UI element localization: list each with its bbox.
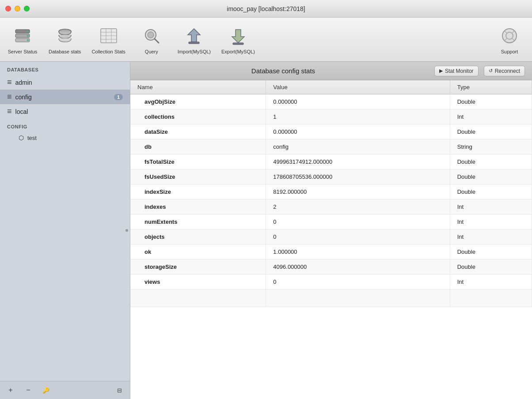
table-row: dataSize0.000000Double xyxy=(130,124,532,139)
cell-type: Double xyxy=(450,245,532,260)
cell-name: objects xyxy=(130,230,266,245)
sidebar-item-test[interactable]: ⬡ test xyxy=(0,132,130,143)
cell-value: 0.000000 xyxy=(266,94,450,109)
database-stats-icon xyxy=(54,25,76,46)
cell-value: 1 xyxy=(266,109,450,124)
close-button[interactable] xyxy=(5,6,11,11)
table-row: indexes2Int xyxy=(130,200,532,215)
cell-value: 178608705536.000000 xyxy=(266,169,450,184)
cell-value: 0 xyxy=(266,215,450,230)
sidebar-item-config[interactable]: ≡ config 1 xyxy=(0,90,130,104)
local-db-label: local xyxy=(15,108,28,115)
cell-value: 4096.000000 xyxy=(266,260,450,275)
col-type: Type xyxy=(450,80,532,94)
import-mysql-icon xyxy=(183,25,205,46)
query-label: Query xyxy=(145,49,158,54)
cell-type: Double xyxy=(450,94,532,109)
main-layout: DATABASES ≡ admin ≡ config 1 ≡ local CON… xyxy=(0,62,532,399)
cell-type: Int xyxy=(450,200,532,215)
cell-type: Int xyxy=(450,109,532,124)
local-db-icon: ≡ xyxy=(7,107,12,116)
cell-name: fsUsedSize xyxy=(130,169,266,184)
stat-monitor-label: Stat Monitor xyxy=(445,68,474,74)
cell-value: 0 xyxy=(266,275,450,290)
table-empty-row xyxy=(130,290,532,307)
cell-type: Double xyxy=(450,260,532,275)
toolbar-export-mysql[interactable]: Export(MySQL) xyxy=(221,25,255,54)
table-row: numExtents0Int xyxy=(130,215,532,230)
table-row: indexSize8192.000000Double xyxy=(130,184,532,200)
table-row: ok1.000000Double xyxy=(130,245,532,260)
table-row: dbconfigString xyxy=(130,139,532,154)
minimize-button[interactable] xyxy=(15,6,20,11)
toolbar-database-stats[interactable]: Database stats xyxy=(49,25,81,54)
svg-marker-16 xyxy=(188,29,200,42)
add-button[interactable]: + xyxy=(5,385,16,395)
table-row: views0Int xyxy=(130,275,532,290)
config-db-label: config xyxy=(15,94,32,101)
cell-name: ok xyxy=(130,245,266,260)
cell-type: Double xyxy=(450,184,532,200)
sidebar-item-local[interactable]: ≡ local xyxy=(0,104,130,119)
cell-name: collections xyxy=(130,109,266,124)
play-icon: ▶ xyxy=(439,68,443,74)
cell-name: dataSize xyxy=(130,124,266,139)
stats-table-container: Name Value Type avgObjSize0.000000Double… xyxy=(130,80,532,399)
content-title: Database config stats xyxy=(137,67,429,75)
collection-stats-icon xyxy=(98,25,119,46)
toolbar-query[interactable]: Query xyxy=(136,25,167,54)
window-controls xyxy=(5,6,30,11)
cell-value: 8192.000000 xyxy=(266,184,450,200)
cell-type: Double xyxy=(450,169,532,184)
server-status-icon xyxy=(12,25,33,46)
svg-rect-17 xyxy=(189,42,199,44)
col-value: Value xyxy=(266,80,450,94)
cell-value: 499963174912.000000 xyxy=(266,154,450,169)
table-row: fsUsedSize178608705536.000000Double xyxy=(130,169,532,184)
maximize-button[interactable] xyxy=(24,6,30,11)
cell-value: config xyxy=(266,139,450,154)
toolbar-server-status[interactable]: Server Status xyxy=(7,25,38,54)
config-header: CONFIG xyxy=(0,119,130,132)
svg-point-4 xyxy=(27,35,29,37)
cell-type: Int xyxy=(450,215,532,230)
support-label: Support xyxy=(501,49,518,54)
databases-header: DATABASES xyxy=(0,62,130,75)
toolbar-import-mysql[interactable]: Import(MySQL) xyxy=(178,25,211,54)
toolbar: Server Status Database stats Collection xyxy=(0,18,532,62)
cell-type: Double xyxy=(450,124,532,139)
key-button[interactable]: 🔑 xyxy=(41,385,51,395)
table-header-row: Name Value Type xyxy=(130,80,532,94)
config-db-icon: ≡ xyxy=(7,92,12,102)
sidebar-bottom-bar: + − 🔑 ⊟ xyxy=(0,381,130,399)
svg-rect-19 xyxy=(233,43,243,45)
table-row: fsTotalSize499963174912.000000Double xyxy=(130,154,532,169)
cell-name: storageSize xyxy=(130,260,266,275)
test-item-icon: ⬡ xyxy=(19,134,24,141)
reconnect-button[interactable]: ↺ Reconnect xyxy=(484,66,525,76)
cell-value: 2 xyxy=(266,200,450,215)
table-row: avgObjSize0.000000Double xyxy=(130,94,532,109)
cell-name: fsTotalSize xyxy=(130,154,266,169)
title-bar: imooc_pay [localhost:27018] xyxy=(0,0,532,18)
svg-marker-18 xyxy=(232,30,244,43)
cell-value: 0 xyxy=(266,230,450,245)
svg-point-14 xyxy=(148,32,154,38)
cell-name: indexes xyxy=(130,200,266,215)
toolbar-support[interactable]: Support xyxy=(494,25,525,54)
export-mysql-label: Export(MySQL) xyxy=(221,49,255,54)
sidebar-item-admin[interactable]: ≡ admin xyxy=(0,75,130,90)
svg-point-3 xyxy=(27,30,29,32)
admin-db-icon: ≡ xyxy=(7,78,12,87)
cell-type: Double xyxy=(450,154,532,169)
list-button[interactable]: ⊟ xyxy=(114,385,125,395)
stats-table: Name Value Type avgObjSize0.000000Double… xyxy=(130,80,532,307)
collection-stats-label: Collection Stats xyxy=(91,49,125,54)
toolbar-collection-stats[interactable]: Collection Stats xyxy=(91,25,125,54)
query-icon xyxy=(141,25,162,46)
remove-button[interactable]: − xyxy=(23,385,34,395)
content-header: Database config stats ▶ Stat Monitor ↺ R… xyxy=(130,62,532,80)
stat-monitor-button[interactable]: ▶ Stat Monitor xyxy=(434,66,479,76)
support-icon xyxy=(499,25,520,46)
scroll-indicator xyxy=(125,229,128,232)
